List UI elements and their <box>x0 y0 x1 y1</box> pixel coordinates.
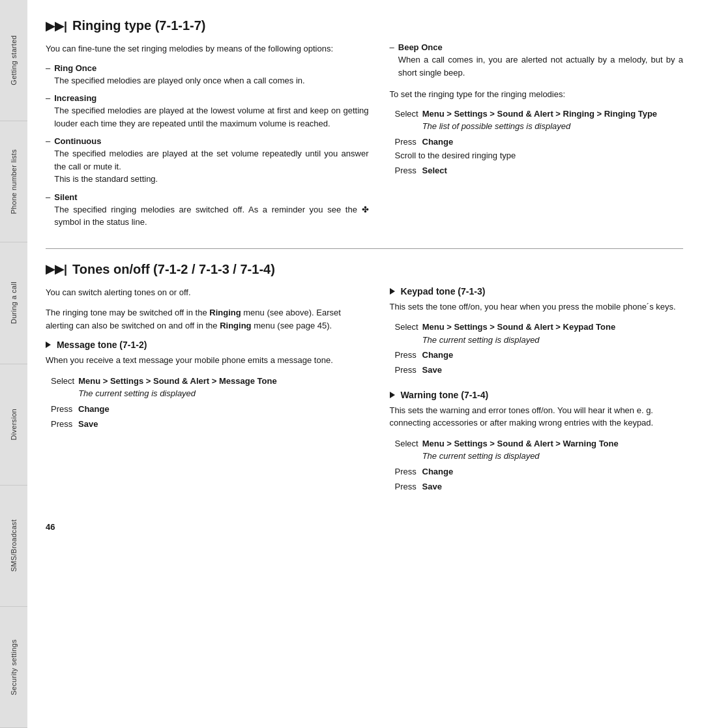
section1-left-col: You can fine-tune the set ringing melodi… <box>46 42 369 235</box>
press-label-2: Press <box>395 163 418 178</box>
section2-right: Keypad tone (7-1-3) This sets the tone o… <box>390 286 683 506</box>
message-tone-select-row: Select Menu > Settings > Sound & Alert >… <box>51 375 369 400</box>
select-row-ringing: Select Menu > Settings > Sound & Alert >… <box>395 108 683 133</box>
message-press-label-1: Press <box>51 401 74 416</box>
sidebar: Getting started Phone number lists Durin… <box>0 0 27 728</box>
option-increasing: – Increasing The specified melodies are … <box>46 93 369 130</box>
option-ring-once: – Ring Once The specified melodies are p… <box>46 63 369 87</box>
message-select-value: Menu > Settings > Sound & Alert > Messag… <box>78 375 276 400</box>
press-change-value: Change <box>422 134 454 149</box>
message-press-change: Press Change <box>51 401 369 416</box>
option-ring-once-name: Ring Once <box>54 63 304 73</box>
section1-title: ▶▶| Ringing type (7-1-1-7) <box>46 18 683 33</box>
option-silent: – Silent The specified ringing melodies … <box>46 192 369 229</box>
warning-select-label: Select <box>395 437 418 450</box>
section2-left: You can switch alerting tones on or off.… <box>46 286 369 506</box>
warning-tone-instruction: Select Menu > Settings > Sound & Alert >… <box>395 437 683 495</box>
message-tone-title: Message tone (7-1-2) <box>46 340 369 350</box>
warning-tone-subsection: Warning tone (7-1-4) This sets the warni… <box>390 390 683 495</box>
ringing-instruction-block: Select Menu > Settings > Sound & Alert >… <box>395 108 683 179</box>
keypad-press-label-1: Press <box>395 347 418 362</box>
option-continuous: – Continuous The specified melodies are … <box>46 136 369 186</box>
message-press-change-value: Change <box>78 401 110 416</box>
option-increasing-name: Increasing <box>54 93 368 103</box>
keypad-tone-subsection: Keypad tone (7-1-3) This sets the tone o… <box>390 286 683 378</box>
press-label-1: Press <box>395 134 418 149</box>
keypad-press-save: Press Save <box>395 362 683 377</box>
warning-press-change-value: Change <box>422 464 454 479</box>
keypad-tone-select-row: Select Menu > Settings > Sound & Alert >… <box>395 321 683 346</box>
keypad-press-change-value: Change <box>422 347 454 362</box>
section2-title: ▶▶| Tones on/off (7-1-2 / 7-1-3 / 7-1-4) <box>46 262 683 277</box>
section1-right-col: – Beep Once When a call comes in, you ar… <box>390 42 683 235</box>
select-value-ringing: Menu > Settings > Sound & Alert > Ringin… <box>422 108 657 133</box>
sidebar-item-sms-broadcast[interactable]: SMS/Broadcast <box>0 486 27 607</box>
keypad-press-save-value: Save <box>422 362 442 377</box>
section1-icon: ▶▶| <box>46 19 67 33</box>
sidebar-item-diversion[interactable]: Diversion <box>0 364 27 486</box>
option-continuous-name: Continuous <box>54 136 368 146</box>
keypad-press-label-2: Press <box>395 362 418 377</box>
option-silent-name: Silent <box>54 192 368 202</box>
section2-cols: You can switch alerting tones on or off.… <box>46 286 683 506</box>
keypad-tone-instruction: Select Menu > Settings > Sound & Alert >… <box>395 321 683 378</box>
keypad-select-value: Menu > Settings > Sound & Alert > Keypad… <box>422 321 616 346</box>
section1-two-col: You can fine-tune the set ringing melodi… <box>46 42 683 235</box>
warning-press-label-2: Press <box>395 479 418 494</box>
keypad-press-change: Press Change <box>395 347 683 362</box>
warning-tone-desc: This sets the warning and error tones of… <box>390 404 683 430</box>
triangle-icon-warning <box>390 392 395 398</box>
section1-intro: You can fine-tune the set ringing melodi… <box>46 42 369 55</box>
main-content: ▶▶| Ringing type (7-1-1-7) You can fine-… <box>27 0 704 728</box>
section2-intro1: You can switch alerting tones on or off. <box>46 286 369 299</box>
press-change-row: Press Change <box>395 134 683 149</box>
beep-once-option: – Beep Once When a call comes in, you ar… <box>390 42 683 79</box>
triangle-icon-message <box>46 342 51 348</box>
keypad-tone-desc: This sets the tone off/on, you hear when… <box>390 300 683 313</box>
to-set-text: To set the ringing type for the ringing … <box>390 88 683 101</box>
warning-tone-select-row: Select Menu > Settings > Sound & Alert >… <box>395 437 683 463</box>
sidebar-item-during-a-call[interactable]: During a call <box>0 242 27 364</box>
option-silent-desc: The specified ringing melodies are switc… <box>54 203 368 229</box>
warning-press-save-value: Save <box>422 479 442 494</box>
select-label: Select <box>395 108 418 121</box>
press-select-row: Press Select <box>395 163 683 178</box>
scroll-row: Scroll to the desired ringing type <box>395 149 683 163</box>
warning-press-change: Press Change <box>395 464 683 479</box>
warning-select-value: Menu > Settings > Sound & Alert > Warnin… <box>422 437 619 463</box>
keypad-tone-title: Keypad tone (7-1-3) <box>390 286 683 297</box>
keypad-select-label: Select <box>395 321 418 334</box>
sidebar-item-getting-started[interactable]: Getting started <box>0 0 27 121</box>
sidebar-item-security-settings[interactable]: Security settings <box>0 607 27 728</box>
option-ring-once-desc: The specified melodies are played only o… <box>54 74 304 87</box>
section2-intro2: The ringing tone may be switched off in … <box>46 306 369 332</box>
section-divider <box>46 248 683 249</box>
page-number: 46 <box>46 522 683 532</box>
message-tone-instruction: Select Menu > Settings > Sound & Alert >… <box>51 375 369 432</box>
section2-icon: ▶▶| <box>46 262 67 276</box>
message-press-save-value: Save <box>78 416 98 431</box>
message-select-label: Select <box>51 375 74 388</box>
message-tone-desc: When you receive a text message your mob… <box>46 354 369 367</box>
sidebar-item-phone-number-lists[interactable]: Phone number lists <box>0 121 27 242</box>
option-increasing-desc: The specified melodies are played at the… <box>54 104 368 130</box>
beep-once-desc: When a call comes in, you are alerted no… <box>398 53 683 79</box>
message-press-label-2: Press <box>51 416 74 431</box>
triangle-icon-keypad <box>390 288 395 295</box>
message-press-save: Press Save <box>51 416 369 431</box>
option-continuous-desc: The specified melodies are played at the… <box>54 147 368 186</box>
press-select-value: Select <box>422 163 447 178</box>
warning-press-save: Press Save <box>395 479 683 494</box>
beep-once-name: Beep Once <box>398 42 683 52</box>
warning-tone-title: Warning tone (7-1-4) <box>390 390 683 400</box>
message-tone-subsection: Message tone (7-1-2) When you receive a … <box>46 340 369 431</box>
warning-press-label-1: Press <box>395 464 418 479</box>
